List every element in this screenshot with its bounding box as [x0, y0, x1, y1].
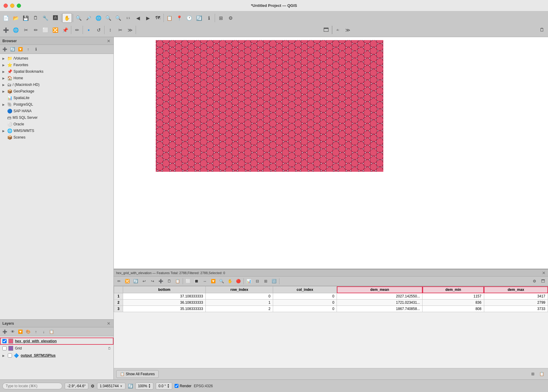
zoom-prev-button[interactable]: ◀ — [133, 13, 143, 23]
layout-button[interactable]: 🗖 — [321, 25, 331, 35]
zoom-scale-button[interactable]: 1:1 — [123, 13, 133, 23]
attr-select-all[interactable]: ⬜ — [184, 277, 192, 285]
pan-button[interactable]: ✋ — [62, 13, 72, 23]
info-button[interactable]: ℹ — [204, 13, 214, 23]
edit-button[interactable]: 🔀 — [51, 25, 60, 35]
browser-filter-button[interactable]: 🔽 — [17, 46, 24, 53]
attr-delete-feature[interactable]: 🗒 — [165, 277, 173, 285]
tree-item-favorites[interactable]: ▶ ⭐ Favorites — [0, 62, 113, 68]
browser-info-button[interactable]: ℹ — [32, 46, 40, 53]
attr-new-field[interactable]: 📊 — [245, 277, 253, 285]
attr-add-feature[interactable]: ➕ — [157, 277, 165, 285]
select-grid-button[interactable]: ⊞ — [216, 13, 225, 23]
attr-table-wrapper[interactable]: bottom row_index col_index dem_mean dem_… — [114, 286, 548, 368]
zoom-out-button[interactable]: 🔎 — [84, 13, 93, 23]
layer-up-button[interactable]: ↑ — [32, 328, 40, 335]
rotate-button[interactable]: ↺ — [94, 25, 103, 35]
tree-item-bookmarks[interactable]: ▶ 📌 Spatial Bookmarks — [0, 68, 113, 75]
attr-settings-button[interactable]: ⚙ — [531, 277, 538, 285]
layer-filter-button[interactable]: 🔽 — [17, 328, 24, 335]
tree-item-spatialite[interactable]: ▶ 📊 SpatiaLite — [0, 95, 113, 101]
layer-item-srtm[interactable]: ▶ 🔷 output_SRTM15Plus — [0, 352, 113, 359]
table-row[interactable]: 137.108333333002027.142550...11573417 — [114, 293, 548, 300]
col-header-dem-min[interactable]: dem_min — [423, 286, 484, 293]
canvas-button[interactable]: 🗒 — [537, 25, 547, 35]
layer-add-button[interactable]: ➕ — [1, 328, 8, 335]
layer-item-grid[interactable]: Grid 🗒 — [0, 345, 113, 352]
render-checkbox[interactable] — [175, 384, 178, 388]
move-button[interactable]: ↕ — [105, 25, 115, 35]
attr-org-columns[interactable]: ⊞ — [262, 277, 270, 285]
attr-table-close-button[interactable]: ✕ — [542, 271, 546, 275]
vertex-button[interactable]: 🔹 — [84, 25, 93, 35]
col-header-row-index[interactable]: row_index — [206, 286, 273, 293]
select-feature-button[interactable]: ⬜ — [41, 25, 50, 35]
add-layer-button[interactable]: ➕ — [1, 25, 11, 35]
settings-button[interactable]: ⚙ — [226, 13, 235, 23]
tree-item-scenes[interactable]: ▶ 📦 Scenes — [0, 134, 113, 141]
table-row[interactable]: 236.108333333101721.023431...8362799 — [114, 300, 548, 306]
attr-undo[interactable]: ↩ — [140, 277, 148, 285]
identify-button[interactable]: 📋 — [165, 13, 174, 23]
show-all-features-button[interactable]: 📋 Show All Features — [116, 370, 159, 378]
add-wms-button[interactable]: 🌐 — [11, 25, 21, 35]
attr-multi-edit[interactable]: 🔀 — [123, 277, 131, 285]
tree-item-geopackage[interactable]: ▶ 📦 GeoPackage — [0, 88, 113, 95]
layer-checkbox-grid[interactable] — [2, 346, 7, 350]
locate-input[interactable] — [2, 383, 62, 389]
open-button[interactable]: 📂 — [11, 13, 21, 23]
pan-map-button[interactable]: 🗺 — [153, 13, 163, 23]
clock-button[interactable]: 🕐 — [184, 13, 194, 23]
zoom-in-button[interactable]: 🔍 — [74, 13, 84, 23]
attr-dock-button[interactable]: 🗖 — [539, 277, 547, 285]
attr-invert-select[interactable]: ↔ — [201, 277, 209, 285]
browser-refresh-button[interactable]: 🔄 — [9, 46, 16, 53]
refresh-button[interactable]: 🔄 — [194, 13, 204, 23]
new-file-button[interactable]: 📄 — [1, 13, 11, 23]
layer-item-hex-grid[interactable]: hex_grid_with_elevation — [0, 338, 113, 345]
zoom-next-button[interactable]: ▶ — [143, 13, 153, 23]
col-header-dem-mean[interactable]: dem_mean — [337, 286, 423, 293]
attr-zoom-sel[interactable]: 🔍 — [218, 277, 225, 285]
tree-item-oracle[interactable]: ▶ ⚪ Oracle — [0, 121, 113, 127]
layer-down-button[interactable]: ↓ — [40, 328, 47, 335]
attr-delete-field[interactable]: ⊟ — [253, 277, 261, 285]
attr-deselect[interactable]: 🔳 — [193, 277, 200, 285]
zoom-layer-button[interactable]: 🔍 — [113, 13, 123, 23]
attr-calc[interactable]: 🔢 — [270, 277, 278, 285]
refresh-status-icon[interactable]: 🔄 — [128, 384, 133, 388]
zoom-pct-arrows[interactable]: ▲ ▼ — [148, 384, 151, 388]
table-row[interactable]: 335.108333333201867.740858...8083733 — [114, 306, 548, 312]
digitize-button[interactable]: ✂ — [21, 25, 31, 35]
col-header-bottom[interactable]: bottom — [123, 286, 206, 293]
attr-pan-sel[interactable]: ✋ — [226, 277, 234, 285]
print-button[interactable]: 🔧 — [41, 13, 50, 23]
point-button[interactable]: 📌 — [60, 25, 70, 35]
tree-item-wms[interactable]: ▶ 🌐 WMS/WMTS — [0, 127, 113, 134]
tree-item-home[interactable]: ▶ 🏠 Home — [0, 75, 113, 81]
browser-add-button[interactable]: ➕ — [1, 46, 8, 53]
attr-save-edit[interactable]: 🔄 — [132, 277, 140, 285]
attr-paste[interactable]: 📋 — [174, 277, 181, 285]
tree-item-macintosh[interactable]: ▶ 🗂 / (Macintosh HD) — [0, 81, 113, 88]
attr-filter[interactable]: 🔽 — [209, 277, 217, 285]
tree-item-volumes[interactable]: ▶ 📁 /Volumes — [0, 55, 113, 62]
status-epsg[interactable]: EPSG:4326 — [194, 384, 213, 388]
attr-redo[interactable]: ↪ — [149, 277, 156, 285]
measure-button[interactable]: 📍 — [175, 13, 184, 23]
coords-icon[interactable]: ⚙ — [91, 384, 95, 388]
zoom-scale-2-button[interactable]: 4↕ — [333, 25, 343, 35]
layers-close-button[interactable]: ✕ — [106, 321, 111, 326]
layer-checkbox-hex-grid[interactable] — [2, 339, 7, 343]
tree-item-postgresql[interactable]: ▶ 🐘 PostgreSQL — [0, 101, 113, 108]
more2-button[interactable]: ≫ — [343, 25, 353, 35]
map-canvas[interactable] — [114, 37, 548, 269]
close-button[interactable] — [4, 4, 8, 8]
layer-checkbox-srtm[interactable] — [8, 353, 12, 358]
layer-style-button[interactable]: 🎨 — [25, 328, 32, 335]
save-button[interactable]: 💾 — [21, 13, 31, 23]
zoom-select-button[interactable]: 🔍 — [104, 13, 113, 23]
annotation-button[interactable]: ✏ — [31, 25, 40, 35]
browser-close-button[interactable]: ✕ — [106, 39, 111, 43]
tree-item-sap[interactable]: ▶ 🔵 SAP HANA — [0, 108, 113, 114]
